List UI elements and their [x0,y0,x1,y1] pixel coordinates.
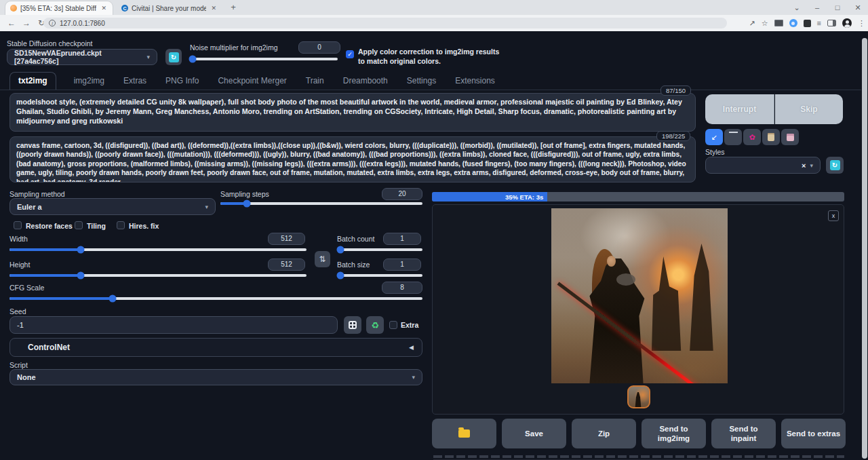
batch-size-slider[interactable] [337,274,422,277]
browser-tab-civitai[interactable]: C Civitai | Share your models ✕ [117,1,222,15]
reuse-seed-button[interactable]: ♻ [366,316,384,334]
paste-generation-params-button[interactable]: ↙ [705,129,723,145]
script-label: Script [9,361,28,369]
styles-label: Styles [705,148,725,156]
share-icon[interactable]: ↗ [749,19,755,28]
height-value[interactable]: 512 [268,258,305,271]
address-bar[interactable]: i 127.0.0.1:7860 [43,18,727,28]
chevron-down-icon: ▾ [205,204,208,210]
tiling-checkbox[interactable] [75,221,83,229]
height-slider[interactable] [9,274,307,277]
save-style-button[interactable] [781,129,799,145]
color-correction-checkbox[interactable]: ✓ [346,50,354,58]
tab-img2img[interactable]: img2img [73,73,106,90]
open-folder-button[interactable] [432,419,496,448]
tab-txt2img[interactable]: txt2img [9,72,56,90]
extra-seed-label: Extra [401,321,418,329]
tab-png-info[interactable]: PNG Info [164,73,200,90]
batch-size-value[interactable]: 1 [383,258,421,271]
close-image-button[interactable]: x [828,210,839,221]
styles-refresh-button[interactable]: ↻ [826,157,844,174]
reading-list-icon[interactable]: ≡ [817,19,821,27]
batch-count-slider[interactable] [337,248,422,251]
checkpoint-refresh-button[interactable]: ↻ [165,49,182,65]
zip-button[interactable]: Zip [572,419,636,448]
bookmark-star-icon[interactable]: ☆ [762,19,768,28]
prompt-textarea[interactable]: modelshoot style, (extremely detailed CG… [9,93,696,132]
save-button[interactable]: Save [502,419,566,448]
tab-checkpoint-merger[interactable]: Checkpoint Merger [216,73,288,90]
trash-icon [730,134,736,140]
side-panel-icon[interactable] [827,20,836,26]
forward-button[interactable]: → [19,18,34,28]
chrome-menu-chevron-icon[interactable]: ⌄ [787,3,807,12]
noise-multiplier-value[interactable]: 0 [298,41,340,54]
checkpoint-dropdown[interactable]: SD15NewVAEpruned.ckpt [27a4ac756c] ▾ [7,49,157,65]
hires-fix-label: Hires. fix [129,222,159,230]
batch-size-label: Batch size [337,261,370,269]
url-text: 127.0.0.1:7860 [60,20,105,27]
sampling-steps-value[interactable]: 20 [382,188,422,200]
tab-extensions[interactable]: Extensions [454,73,496,90]
controlnet-accordion[interactable]: ControlNet ◀ [9,338,422,357]
progress-text: 35% ETA: 3s [505,193,543,201]
generated-image[interactable] [551,208,728,383]
profile-avatar[interactable] [842,18,852,28]
cfg-scale-slider[interactable] [9,297,422,300]
tab-extras[interactable]: Extras [122,73,148,90]
skip-button[interactable]: Skip [775,94,843,124]
sampling-steps-slider[interactable] [220,202,422,205]
interrupt-button[interactable]: Interrupt [705,94,774,124]
width-value[interactable]: 512 [268,233,305,245]
minimize-button[interactable]: – [807,3,827,12]
tiling-label: Tiling [87,222,106,230]
clear-prompt-button[interactable] [724,129,742,145]
clear-styles-icon[interactable]: × [802,161,806,170]
noise-multiplier-label: Noise multiplier for img2img [190,43,278,52]
noise-multiplier-slider[interactable] [190,58,338,60]
tab-settings[interactable]: Settings [406,73,437,90]
checkpoint-value: SD15NewVAEpruned.ckpt [27a4ac756c] [14,49,146,65]
extra-seed-checkbox[interactable] [389,321,397,329]
civitai-favicon-icon: C [121,5,128,12]
tab-close-icon[interactable]: ✕ [100,5,108,12]
batch-count-value[interactable]: 1 [383,233,421,245]
new-tab-button[interactable]: + [228,2,239,13]
hires-fix-checkbox[interactable] [117,221,125,229]
maximize-button[interactable]: □ [827,3,848,12]
seed-input[interactable]: -1 [9,316,338,334]
sampling-method-label: Sampling method [9,190,65,198]
width-slider[interactable] [9,248,307,251]
extensions-puzzle-icon[interactable] [804,20,811,27]
cfg-scale-value[interactable]: 8 [382,282,422,294]
apply-styles-button[interactable] [762,129,780,145]
more-menu-icon[interactable]: ⋮ [858,19,865,28]
back-button[interactable]: ← [4,18,19,28]
tab-train[interactable]: Train [304,73,326,90]
send-to-inpaint-button[interactable]: Send to inpaint [711,419,776,448]
tab-close-icon[interactable]: ✕ [210,5,218,12]
browser-tab-stable-diffusion[interactable]: [35% ETA: 3s] Stable Diffusion ✕ [5,1,113,15]
script-dropdown[interactable]: None ▾ [9,369,422,385]
tab-title: Civitai | Share your models [132,5,206,12]
extra-networks-button[interactable]: ✿ [743,129,761,145]
shoulder-armor [616,273,635,286]
swap-icon: ⇅ [319,254,326,264]
swap-width-height-button[interactable]: ⇅ [315,251,330,267]
styles-dropdown[interactable]: × ▾ [705,157,821,174]
window-controls: ⌄ – □ ✕ [787,0,868,15]
restore-faces-checkbox[interactable] [14,221,22,229]
site-info-icon[interactable]: i [49,20,56,26]
negative-prompt-textarea[interactable]: canvas frame, cartoon, 3d, ((disfigured)… [9,136,696,183]
random-seed-button[interactable] [344,316,361,334]
page-scrollbar[interactable] [862,38,867,459]
sampling-method-dropdown[interactable]: Euler a ▾ [9,198,216,215]
close-window-button[interactable]: ✕ [848,3,868,12]
extension-blue-icon[interactable] [789,19,797,27]
gallery-thumbnail[interactable] [627,385,650,408]
send-to-extras-button[interactable]: Send to extras [781,419,846,448]
tab-dreambooth[interactable]: Dreambooth [342,73,389,90]
send-to-img2img-button[interactable]: Send to img2img [642,419,706,448]
extension-icon[interactable] [774,20,783,26]
screenshot: [35% ETA: 3s] Stable Diffusion ✕ C Civit… [0,0,868,460]
